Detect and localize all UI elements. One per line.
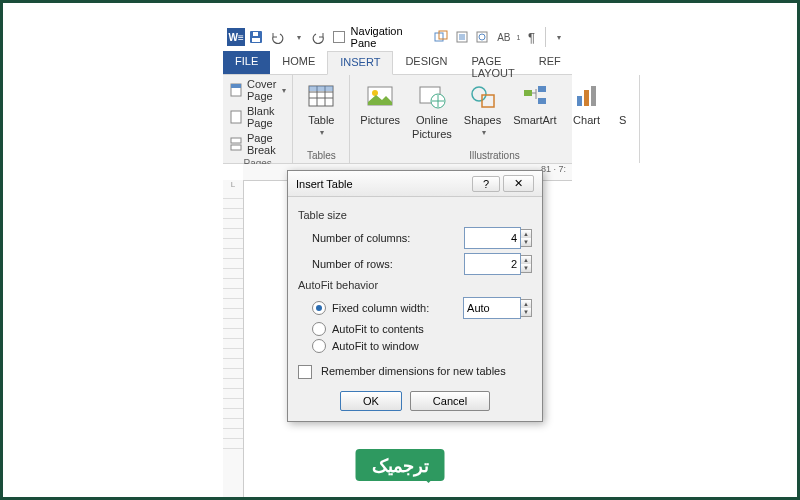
table-size-group-label: Table size — [298, 209, 532, 221]
chart-button[interactable]: Chart — [565, 78, 609, 148]
online-pictures-button[interactable]: Online Pictures — [408, 78, 456, 148]
fixed-width-spinner[interactable]: ▲▼ — [463, 297, 532, 319]
radio-fixed-width[interactable] — [312, 301, 326, 315]
tab-home[interactable]: HOME — [270, 51, 327, 74]
num-columns-input[interactable] — [464, 227, 521, 249]
shapes-icon — [467, 80, 499, 112]
undo-dropdown-icon[interactable]: ▾ — [290, 27, 308, 47]
qat-icon-3[interactable] — [473, 27, 491, 47]
cols-up-icon[interactable]: ▲ — [521, 230, 531, 238]
screenshot-icon — [617, 80, 629, 112]
undo-icon[interactable] — [268, 27, 286, 47]
online-pictures-label-2: Pictures — [412, 128, 452, 140]
page-break-label: Page Break — [247, 132, 286, 156]
tab-references[interactable]: REF — [527, 51, 573, 74]
svg-rect-15 — [309, 86, 333, 91]
nav-pane-checkbox[interactable] — [330, 27, 348, 47]
pictures-icon — [364, 80, 396, 112]
cols-down-icon[interactable]: ▼ — [521, 238, 531, 246]
num-columns-spinner[interactable]: ▲▼ — [464, 227, 532, 249]
svg-rect-22 — [524, 90, 532, 96]
svg-rect-26 — [584, 90, 589, 106]
ok-button[interactable]: OK — [340, 391, 402, 411]
tab-file[interactable]: FILE — [223, 51, 270, 74]
dialog-title-text: Insert Table — [296, 178, 353, 190]
group-tables-label: Tables — [299, 148, 343, 161]
group-pages: Cover Page▾ Blank Page Page Break Pages — [223, 75, 293, 163]
chart-icon — [571, 80, 603, 112]
cover-page-button[interactable]: Cover Page▾ — [229, 78, 286, 102]
svg-point-17 — [372, 90, 378, 96]
rows-up-icon[interactable]: ▲ — [521, 256, 531, 264]
page-break-button[interactable]: Page Break — [229, 132, 286, 156]
radio-autofit-window[interactable] — [312, 339, 326, 353]
autofit-group-label: AutoFit behavior — [298, 279, 532, 291]
qat-customize-dropdown[interactable]: ▾ — [545, 27, 568, 47]
tab-page-layout[interactable]: PAGE LAYOUT — [460, 51, 527, 74]
word-app-icon: W≡ — [227, 27, 245, 47]
tab-insert[interactable]: INSERT — [327, 51, 393, 75]
remember-label: Remember dimensions for new tables — [321, 365, 506, 377]
screenshot-button[interactable]: S — [613, 78, 633, 148]
cancel-button[interactable]: Cancel — [410, 391, 490, 411]
svg-rect-13 — [231, 145, 241, 150]
qat-icon-2[interactable] — [453, 27, 471, 47]
ruler-vertical[interactable]: L — [223, 180, 244, 500]
svg-point-8 — [479, 34, 485, 40]
radio-autofit-contents[interactable] — [312, 322, 326, 336]
svg-rect-10 — [231, 84, 241, 88]
remember-checkbox[interactable] — [298, 365, 312, 379]
qat-paragraph-icon[interactable]: ¶ — [522, 27, 540, 47]
group-illustrations-label: Illustrations — [356, 148, 632, 161]
num-rows-label: Number of rows: — [312, 258, 464, 270]
ribbon: Cover Page▾ Blank Page Page Break Pages … — [223, 75, 572, 164]
num-rows-input[interactable] — [464, 253, 521, 275]
rows-down-icon[interactable]: ▼ — [521, 264, 531, 272]
cover-page-label: Cover Page — [247, 78, 276, 102]
smartart-label: SmartArt — [513, 114, 556, 126]
tab-design[interactable]: DESIGN — [393, 51, 459, 74]
fixed-down-icon[interactable]: ▼ — [521, 308, 531, 316]
num-rows-spinner[interactable]: ▲▼ — [464, 253, 532, 275]
shapes-label: Shapes — [464, 114, 501, 126]
screenshot-label: S — [619, 114, 626, 126]
dialog-titlebar[interactable]: Insert Table ? ✕ — [288, 171, 542, 197]
ab-footnote-label[interactable]: AB — [497, 32, 510, 43]
shapes-dropdown-icon: ▾ — [482, 128, 486, 137]
svg-rect-2 — [253, 32, 258, 36]
radio-fixed-width-label: Fixed column width: — [332, 302, 457, 314]
shapes-button[interactable]: Shapes ▾ — [460, 78, 505, 148]
svg-rect-23 — [538, 86, 546, 92]
svg-rect-21 — [482, 95, 494, 107]
svg-rect-25 — [577, 96, 582, 106]
svg-rect-27 — [591, 86, 596, 106]
fixed-width-input[interactable] — [463, 297, 521, 319]
ribbon-tabs: FILE HOME INSERT DESIGN PAGE LAYOUT REF — [223, 51, 572, 75]
table-label: Table — [308, 114, 334, 126]
dialog-close-button[interactable]: ✕ — [503, 175, 534, 192]
online-pictures-label-1: Online — [416, 114, 448, 126]
blank-page-icon — [229, 110, 243, 124]
smartart-button[interactable]: SmartArt — [509, 78, 560, 148]
blank-page-button[interactable]: Blank Page — [229, 105, 286, 129]
pictures-label: Pictures — [360, 114, 400, 126]
svg-rect-24 — [538, 98, 546, 104]
pictures-button[interactable]: Pictures — [356, 78, 404, 148]
svg-rect-1 — [252, 38, 260, 42]
page-break-icon — [229, 137, 243, 151]
save-icon[interactable] — [247, 27, 265, 47]
dialog-help-button[interactable]: ? — [472, 176, 500, 192]
blank-page-label: Blank Page — [247, 105, 286, 129]
fixed-up-icon[interactable]: ▲ — [521, 300, 531, 308]
group-tables: Table ▾ Tables — [293, 75, 350, 163]
qat-icon-1[interactable] — [432, 27, 450, 47]
chart-label: Chart — [573, 114, 600, 126]
smartart-icon — [519, 80, 551, 112]
redo-icon[interactable] — [310, 27, 328, 47]
num-columns-label: Number of columns: — [312, 232, 464, 244]
quick-access-toolbar: W≡ ▾ Navigation Pane AB1 ¶ ▾ — [223, 23, 572, 51]
tarjomic-badge: ترجمیک — [356, 449, 445, 481]
table-button[interactable]: Table ▾ — [299, 78, 343, 148]
svg-rect-11 — [231, 111, 241, 123]
svg-point-20 — [472, 87, 486, 101]
